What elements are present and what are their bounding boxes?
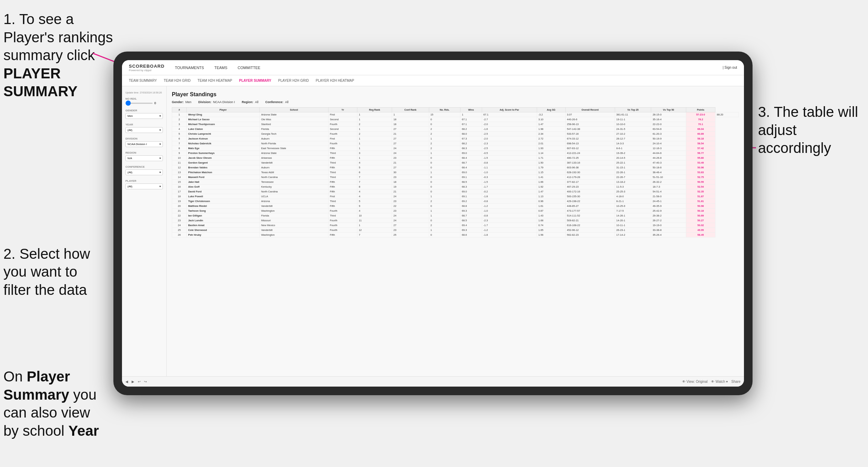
toolbar-undo[interactable]: ↩	[138, 380, 141, 383]
cell-data: 69.0	[460, 170, 482, 175]
toolbar-back[interactable]: ◀	[125, 380, 128, 383]
sub-nav-player-h2h-heatmap[interactable]: PLAYER H2H HEATMAP	[316, 79, 354, 82]
cell-data: -2.5	[482, 132, 537, 136]
cell-data: 28-12-7	[615, 136, 651, 141]
cell-data: 2.01	[537, 141, 565, 146]
table-row[interactable]: 19Tiger ChristensenArizonaThird523269.2-…	[172, 199, 739, 204]
cell-data: 14-3-3	[615, 141, 651, 146]
nav-teams[interactable]: TEAMS	[214, 66, 227, 70]
nav-committee[interactable]: COMMITTEE	[238, 66, 260, 70]
cell-data: 17-14-2	[615, 233, 651, 237]
cell-player: Phichaksn Maichon	[187, 170, 260, 175]
table-row[interactable]: 25Cole SherwoodVanderbiltFourth1223169.3…	[172, 228, 739, 233]
table-row[interactable]: 24Bastien AmatNew MexicoFourth127269.4-1…	[172, 223, 739, 228]
cell-data: -3.2	[537, 112, 565, 117]
table-row[interactable]: 15Jake HallTennesseeFifth718068.5-1.51.6…	[172, 180, 739, 185]
cell-player: Wenyi Ding	[187, 112, 260, 117]
sidebar-gender-control[interactable]: Men ▾	[125, 113, 163, 119]
cell-data: 7	[357, 233, 392, 237]
division-chevron-icon: ▾	[159, 143, 161, 146]
cell-data: -0.2	[482, 189, 537, 194]
cell-data: First	[328, 136, 357, 141]
sub-nav-team-h2h-heatmap[interactable]: TEAM H2H HEATMAP	[198, 79, 232, 82]
toolbar-view[interactable]: 👁 View: Original	[682, 380, 708, 383]
table-row[interactable]: 7Nicholas GabrelcikNorth FloridaFourth12…	[172, 141, 739, 146]
toolbar-watch[interactable]: 👁 Watch ▾	[711, 380, 728, 383]
table-row[interactable]: 6Jackson KoivunAuburnFirst127167.3-2.02.…	[172, 136, 739, 141]
table-row[interactable]: 18Luke PowellUCLAFirst424169.1-1.81.1350…	[172, 194, 739, 199]
toolbar-forward[interactable]: ▶	[132, 380, 134, 383]
cell-data: 47-40-3	[651, 160, 686, 165]
toolbar-share-label: Share	[731, 380, 741, 383]
cell-data: 1.93	[537, 146, 565, 151]
table-row[interactable]: 13Phichaksn MaichonTexas A&MThird630169.…	[172, 170, 739, 175]
filter-conference-value: All	[285, 100, 289, 104]
cell-points: 60.89	[686, 132, 715, 136]
table-row[interactable]: 8Mats EgeEast Tennessee StateFifth124268…	[172, 146, 739, 151]
sign-out-link[interactable]: | Sign out	[723, 66, 737, 69]
table-row[interactable]: 4Luke ClatonFloridaSecond127268.2-1.61.9…	[172, 127, 739, 132]
cell-rank: 12	[172, 165, 187, 170]
table-row[interactable]: 26Petr HrubyWashingtonFifth725068.6-1.81…	[172, 233, 739, 237]
cell-data: 28-15-0	[651, 112, 686, 117]
no-rds-slider[interactable]	[125, 103, 153, 104]
cell-data: 603-96-38	[565, 165, 615, 170]
nav-tournaments[interactable]: TOURNAMENTS	[175, 66, 204, 70]
toolbar-share[interactable]: Share	[731, 380, 741, 383]
sidebar-year-control[interactable]: (All) ▾	[125, 127, 163, 133]
cell-points: 57.42	[686, 146, 715, 151]
cell-data: Fourth	[328, 122, 357, 127]
cell-data: -1.8	[482, 194, 537, 199]
table-row[interactable]: 21Taehoon SongWashingtonFourth423169.3-1…	[172, 209, 739, 213]
cell-data: 258-96-13	[565, 122, 615, 127]
table-row[interactable]: 1Wenyi DingArizona StateFirst1115167.1-3…	[172, 112, 739, 117]
table-row[interactable]: 23Jack LundinMissouriFourth1124068.5-2.3…	[172, 218, 739, 223]
table-row[interactable]: 11Gordon SargentVanderbiltThird421068.7-…	[172, 160, 739, 165]
sidebar-division-control[interactable]: NCAA Division I ▾	[125, 141, 163, 147]
cell-data: 1	[392, 112, 429, 117]
table-row[interactable]: 5Christo LamprechtGeorgia TechFourth2212…	[172, 132, 739, 136]
table-row[interactable]: 17David FordNorth CarolinaFifth421069.0-…	[172, 189, 739, 194]
toolbar-redo[interactable]: ↪	[144, 380, 147, 383]
sidebar-gender-label: Gender	[125, 109, 163, 112]
cell-data: 8	[357, 185, 392, 189]
cell-data: 54-51-4	[651, 189, 686, 194]
sidebar-year: Year (All) ▾	[125, 123, 163, 133]
sidebar-player-control[interactable]: (All) ▾	[125, 184, 163, 189]
cell-data: 1	[357, 141, 392, 146]
sidebar-conference-control[interactable]: (All) ▾	[125, 169, 163, 175]
table-row[interactable]: 12Brendan ValdesAuburnFifth527068.4-1.11…	[172, 165, 739, 170]
sidebar-region-control[interactable]: N/A ▾	[125, 155, 163, 161]
sub-nav-player-h2h-grid[interactable]: PLAYER H2H GRID	[278, 79, 309, 82]
cell-data: 18	[392, 117, 429, 122]
cell-data: 25	[392, 233, 429, 237]
cell-data: 0.87	[537, 209, 565, 213]
col-vs-top50: Vs Top 50	[651, 108, 686, 112]
table-row[interactable]: 2Michael Le SassoOle MissSecond118067.1-…	[172, 117, 739, 122]
cell-data: 69.4	[460, 223, 482, 228]
table-row[interactable]: 10Jacob Skov OlesenArkansasFifth123068.4…	[172, 156, 739, 160]
table-row[interactable]: 20Matthew RiedelVanderbiltFifth922068.8-…	[172, 204, 739, 209]
sub-nav-team-h2h-grid[interactable]: TEAM H2H GRID	[164, 79, 191, 82]
cell-data: Arizona	[259, 199, 328, 204]
filter-conference-label: Conference:	[265, 100, 283, 104]
cell-data: 14-26-1	[615, 213, 651, 218]
sub-nav-player-summary[interactable]: PLAYER SUMMARY	[239, 79, 271, 82]
cell-data: 18	[392, 122, 429, 127]
cell-player: Jack Lundin	[187, 218, 260, 223]
cell-player: Michael Thorbjornsen	[187, 122, 260, 127]
cell-data: Fifth	[328, 233, 357, 237]
cell-data: 24-10-4	[651, 141, 686, 146]
sidebar-region: Region N/A ▾	[125, 151, 163, 161]
cell-points: 57-23-0	[686, 112, 715, 117]
cell-data: Texas A&M	[259, 170, 328, 175]
sidebar-year-value: (All)	[127, 129, 132, 132]
table-row[interactable]: 22Ian GilliganFloridaThird1024168.7-0.81…	[172, 213, 739, 218]
table-row[interactable]: 3Michael ThorbjornsenStanfordFourth21806…	[172, 122, 739, 127]
table-row[interactable]: 16Alex GoffKentuckyFifth819068.3-1.71.92…	[172, 185, 739, 189]
table-row[interactable]: 14Maxwell FordNorth CarolinaThird723069.…	[172, 175, 739, 180]
cell-points: 50.27	[686, 218, 715, 223]
table-row[interactable]: 9Preston SummerhaysArizona StateThird324…	[172, 151, 739, 156]
sub-nav-team-summary[interactable]: TEAM SUMMARY	[129, 79, 157, 82]
sidebar-division: Division NCAA Division I ▾	[125, 137, 163, 147]
